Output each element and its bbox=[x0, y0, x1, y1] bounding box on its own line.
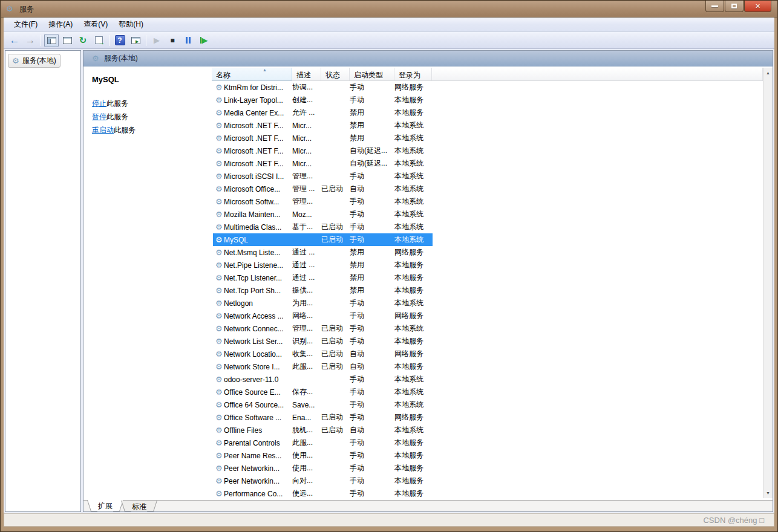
service-logon-as: 本地服务 bbox=[394, 336, 437, 346]
stop-link-text[interactable]: 停止 bbox=[92, 99, 106, 108]
table-row[interactable]: ⚙ Microsoft iSCSI I... 管理... 手动 本地系统 bbox=[212, 170, 763, 183]
pane-header-label: 服务(本地) bbox=[104, 53, 138, 63]
pause-link-text[interactable]: 暂停 bbox=[92, 112, 106, 121]
table-row[interactable]: ⚙ Microsoft .NET F... Micr... 禁用 本地系统 bbox=[212, 119, 763, 132]
table-row[interactable]: ⚙ KtmRm for Distri... 协调... 手动 网络服务 bbox=[212, 81, 763, 94]
service-gear-icon: ⚙ bbox=[212, 375, 224, 383]
table-row[interactable]: ⚙ odoo-server-11.0 手动 本地系统 bbox=[212, 373, 763, 386]
table-row[interactable]: ⚙ Network Connec... 管理... 已启动 手动 本地系统 bbox=[212, 322, 763, 335]
table-row[interactable]: ⚙ Net.Msmq Liste... 通过 ... 禁用 网络服务 bbox=[212, 246, 763, 259]
properties-button[interactable] bbox=[60, 34, 74, 47]
help-button[interactable]: ? bbox=[113, 34, 127, 47]
service-description: 基于... bbox=[292, 222, 321, 232]
table-row[interactable]: ⚙ Multimedia Clas... 基于... 已启动 手动 本地系统 bbox=[212, 221, 763, 233]
stop-service-link[interactable]: 停止此服务 bbox=[92, 99, 212, 109]
table-row[interactable]: ⚙ Peer Name Res... 使用... 手动 本地服务 bbox=[212, 449, 763, 462]
table-row[interactable]: ⚙ Office Source E... 保存... 手动 本地系统 bbox=[212, 386, 763, 398]
toolbar-separator bbox=[109, 35, 110, 46]
service-description: Micr... bbox=[292, 134, 321, 143]
table-row[interactable]: ⚙ Peer Networkin... 向对... 手动 本地服务 bbox=[212, 475, 763, 487]
service-description: Moz... bbox=[292, 210, 321, 219]
tab-standard[interactable]: 标准 bbox=[126, 501, 152, 511]
table-row[interactable]: ⚙ Microsoft Office... 管理 ... 已启动 自动 本地系统 bbox=[212, 183, 763, 195]
close-button[interactable]: ✕ bbox=[744, 1, 771, 12]
table-row[interactable]: ⚙ Office 64 Source... Save... 手动 本地系统 bbox=[212, 398, 763, 411]
column-header-name[interactable]: 名称 ▲ bbox=[212, 68, 292, 80]
service-name: Performance Co... bbox=[224, 490, 292, 498]
table-row[interactable]: ⚙ Microsoft Softw... 管理... 手动 本地系统 bbox=[212, 195, 763, 208]
table-row[interactable]: ⚙ Microsoft .NET F... Micr... 自动(延迟... 本… bbox=[212, 144, 763, 157]
vertical-scrollbar[interactable]: ▲ ▼ bbox=[763, 68, 773, 498]
service-logon-as: 本地系统 bbox=[394, 158, 437, 169]
tree-item-services-local[interactable]: ⚙ 服务(本地) bbox=[8, 54, 60, 68]
column-header-description[interactable]: 描述 bbox=[292, 68, 321, 80]
menu-view[interactable]: 查看(V) bbox=[78, 18, 113, 31]
service-gear-icon: ⚙ bbox=[212, 172, 224, 180]
service-startup-type: 手动 bbox=[350, 387, 394, 397]
tab-extended[interactable]: 扩展 bbox=[92, 500, 119, 511]
table-row[interactable]: ⚙ Microsoft .NET F... Micr... 禁用 本地系统 bbox=[212, 132, 763, 144]
column-header-filler bbox=[432, 68, 763, 80]
show-hide-action-pane-button[interactable]: ▶ bbox=[128, 34, 143, 47]
table-row[interactable]: ⚙ Network Store I... 此服... 已启动 自动 本地服务 bbox=[212, 360, 763, 373]
restart-link-text[interactable]: 重启动 bbox=[92, 126, 114, 134]
service-startup-type: 手动 bbox=[350, 488, 394, 499]
service-startup-type: 自动 bbox=[350, 425, 394, 435]
resume-service-button[interactable]: ▶ bbox=[197, 34, 211, 47]
start-service-button[interactable]: ▶ bbox=[149, 34, 164, 47]
service-description: 管理... bbox=[292, 196, 321, 207]
table-row[interactable]: ⚙ Media Center Ex... 允许 ... 禁用 本地服务 bbox=[212, 106, 763, 119]
column-header-logon-as[interactable]: 登录为 bbox=[394, 68, 432, 80]
list-header: 名称 ▲ 描述 状态 启动类型 登录为 bbox=[212, 68, 763, 81]
table-row[interactable]: ⚙ Offline Files 脱机... 已启动 自动 本地系统 bbox=[212, 424, 763, 436]
menu-file[interactable]: 文件(F) bbox=[8, 18, 43, 31]
table-row[interactable]: ⚙ MySQL 已启动 手动 本地系统 bbox=[212, 233, 763, 246]
forward-button[interactable]: → bbox=[23, 34, 38, 47]
table-row[interactable]: ⚙ Performance Co... 使远... 手动 本地服务 bbox=[212, 487, 763, 500]
service-gear-icon: ⚙ bbox=[212, 439, 224, 447]
menu-help[interactable]: 帮助(H) bbox=[113, 18, 149, 31]
service-startup-type: 手动 bbox=[350, 463, 394, 473]
table-row[interactable]: ⚙ Mozilla Mainten... Moz... 手动 本地系统 bbox=[212, 208, 763, 221]
table-row[interactable]: ⚙ Net.Tcp Port Sh... 提供... 禁用 本地服务 bbox=[212, 284, 763, 297]
table-row[interactable]: ⚙ Network Locatio... 收集... 已启动 自动 网络服务 bbox=[212, 348, 763, 360]
scroll-up-icon[interactable]: ▲ bbox=[763, 68, 773, 78]
service-name: Multimedia Clas... bbox=[224, 223, 292, 232]
restore-button[interactable] bbox=[725, 1, 744, 12]
service-logon-as: 网络服务 bbox=[394, 247, 437, 258]
back-button[interactable]: ← bbox=[7, 34, 22, 47]
pause-service-button[interactable] bbox=[181, 34, 195, 47]
table-row[interactable]: ⚙ Net.Pipe Listene... 通过 ... 禁用 本地服务 bbox=[212, 259, 763, 271]
pause-service-link[interactable]: 暂停此服务 bbox=[92, 112, 212, 122]
service-logon-as: 本地服务 bbox=[394, 95, 437, 105]
table-row[interactable]: ⚙ Office Software ... Ena... 已启动 手动 网络服务 bbox=[212, 411, 763, 424]
table-row[interactable]: ⚙ Peer Networkin... 使用... 手动 本地服务 bbox=[212, 462, 763, 475]
restart-service-link[interactable]: 重启动此服务 bbox=[92, 125, 212, 135]
service-description: 向对... bbox=[292, 476, 321, 486]
service-name: Microsoft .NET F... bbox=[224, 160, 292, 168]
service-gear-icon: ⚙ bbox=[212, 287, 224, 294]
table-row[interactable]: ⚙ Netlogon 为用... 手动 本地系统 bbox=[212, 297, 763, 310]
service-description: 创建... bbox=[292, 95, 321, 105]
refresh-button[interactable]: ↻ bbox=[76, 34, 90, 47]
stop-service-button[interactable]: ■ bbox=[165, 34, 180, 47]
export-list-button[interactable] bbox=[91, 34, 106, 47]
show-hide-console-tree-button[interactable] bbox=[44, 34, 59, 47]
table-row[interactable]: ⚙ Network Access ... 网络... 手动 网络服务 bbox=[212, 310, 763, 322]
titlebar[interactable]: ⚙ 服务 bbox=[1, 1, 777, 18]
service-description: Micr... bbox=[292, 147, 321, 155]
table-row[interactable]: ⚙ Parental Controls 此服... 手动 本地服务 bbox=[212, 436, 763, 449]
service-logon-as: 本地系统 bbox=[394, 171, 437, 181]
service-description: 为用... bbox=[292, 298, 321, 308]
back-icon: ← bbox=[10, 34, 20, 47]
table-row[interactable]: ⚙ Microsoft .NET F... Micr... 自动(延迟... 本… bbox=[212, 157, 763, 170]
minimize-button[interactable] bbox=[705, 1, 724, 12]
column-header-startup-type[interactable]: 启动类型 bbox=[350, 68, 394, 80]
scroll-down-icon[interactable]: ▼ bbox=[763, 488, 773, 498]
service-startup-type: 禁用 bbox=[350, 247, 394, 258]
column-header-status[interactable]: 状态 bbox=[321, 68, 350, 80]
table-row[interactable]: ⚙ Network List Ser... 识别... 已启动 手动 本地服务 bbox=[212, 335, 763, 348]
menu-action[interactable]: 操作(A) bbox=[43, 18, 78, 31]
table-row[interactable]: ⚙ Net.Tcp Listener... 通过 ... 禁用 本地服务 bbox=[212, 271, 763, 284]
table-row[interactable]: ⚙ Link-Layer Topol... 创建... 手动 本地服务 bbox=[212, 94, 763, 106]
